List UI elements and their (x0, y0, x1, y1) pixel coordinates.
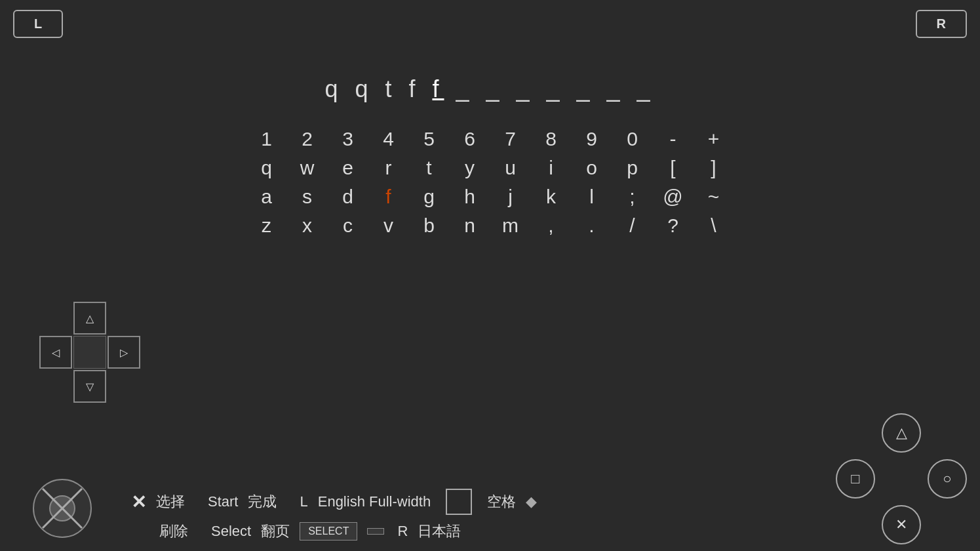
key-t[interactable]: t (415, 157, 444, 179)
key-l[interactable]: l (578, 186, 606, 208)
keyboard-row-zxcv: z x c v b n m , . / ? \ (252, 214, 728, 237)
key-minus[interactable]: - (659, 128, 688, 150)
key-comma[interactable]: , (537, 214, 566, 237)
select-label: Select (211, 523, 251, 540)
key-6[interactable]: 6 (456, 128, 484, 150)
key-lbracket[interactable]: [ (659, 157, 688, 179)
face-button-triangle[interactable]: △ (882, 413, 921, 453)
key-8[interactable]: 8 (537, 128, 566, 150)
key-g[interactable]: g (415, 186, 444, 208)
keyboard-row-qwerty: q w e r t y u i o p [ ] (252, 157, 728, 179)
diamond-icon: ◆ (526, 493, 537, 510)
key-1[interactable]: 1 (252, 128, 281, 150)
key-5[interactable]: 5 (415, 128, 444, 150)
dpad-empty-tr (108, 302, 140, 335)
cross-overlay (33, 479, 92, 538)
key-c[interactable]: c (334, 214, 363, 237)
key-w[interactable]: w (293, 157, 322, 179)
key-x[interactable]: x (293, 214, 322, 237)
key-b[interactable]: b (415, 214, 444, 237)
key-r[interactable]: r (374, 157, 403, 179)
key-m[interactable]: m (496, 214, 525, 237)
cursor-char: f (432, 75, 444, 102)
face-button-square[interactable]: □ (836, 459, 875, 499)
key-v[interactable]: v (374, 214, 403, 237)
action-select-label: 选择 (156, 492, 185, 512)
right-shoulder-button[interactable]: R (916, 10, 967, 38)
key-2[interactable]: 2 (293, 128, 322, 150)
key-semicolon[interactable]: ; (618, 186, 647, 208)
key-i[interactable]: i (537, 157, 566, 179)
key-u[interactable]: u (496, 157, 525, 179)
key-a[interactable]: a (252, 186, 281, 208)
cross-icon: ✕ (131, 491, 146, 513)
key-h[interactable]: h (456, 186, 484, 208)
key-rbracket[interactable]: ] (699, 157, 728, 179)
keyboard-row-numbers: 1 2 3 4 5 6 7 8 9 0 - + (252, 128, 728, 150)
typed-text: q q t f (324, 75, 432, 102)
key-0[interactable]: 0 (618, 128, 647, 150)
key-plus[interactable]: + (699, 128, 728, 150)
dpad-center (73, 336, 106, 369)
key-n[interactable]: n (456, 214, 484, 237)
space-button[interactable] (446, 489, 472, 515)
key-y[interactable]: y (456, 157, 484, 179)
keyboard-row-asdf: a s d f g h j k l ; @ ~ (252, 186, 728, 208)
bottom-controls: ✕ 选择 Start 完成 L English Full-width 空格 ◆ … (131, 489, 537, 541)
key-at[interactable]: @ (659, 186, 688, 208)
face-buttons: △ □ ○ ✕ (836, 413, 967, 544)
l-action-label: English Full-width (318, 493, 431, 510)
start-mini-button[interactable] (367, 528, 384, 535)
key-7[interactable]: 7 (496, 128, 525, 150)
key-e[interactable]: e (334, 157, 363, 179)
dpad-empty-bl (39, 370, 72, 403)
face-button-circle[interactable]: ○ (928, 459, 967, 499)
key-p[interactable]: p (618, 157, 647, 179)
face-button-cross[interactable]: ✕ (882, 505, 921, 544)
key-9[interactable]: 9 (578, 128, 606, 150)
r-action-label: 日本語 (418, 521, 461, 541)
space-label: 空格 (487, 492, 516, 512)
dpad-up[interactable]: △ (73, 302, 106, 335)
key-o[interactable]: o (578, 157, 606, 179)
action-delete-label: 刷除 (159, 521, 188, 541)
text-input-display: q q t f f _ _ _ _ _ _ _ (324, 75, 655, 103)
dpad-empty-tl (39, 302, 72, 335)
key-period[interactable]: . (578, 214, 606, 237)
key-4[interactable]: 4 (374, 128, 403, 150)
key-q[interactable]: q (252, 157, 281, 179)
select-mini-button[interactable]: SELECT (300, 522, 357, 541)
virtual-keyboard: 1 2 3 4 5 6 7 8 9 0 - + q w e r t y u i … (252, 128, 728, 237)
key-k[interactable]: k (537, 186, 566, 208)
key-j[interactable]: j (496, 186, 525, 208)
left-analog-area (33, 479, 92, 538)
key-s[interactable]: s (293, 186, 322, 208)
blank-chars: _ _ _ _ _ _ _ (444, 75, 655, 102)
start-action-label: 完成 (248, 492, 277, 512)
dpad-empty-br (108, 370, 140, 403)
key-d[interactable]: d (334, 186, 363, 208)
start-label: Start (208, 493, 238, 510)
l-btn-label: L (300, 493, 307, 510)
dpad-left[interactable]: ◁ (39, 336, 72, 369)
key-tilde[interactable]: ~ (699, 186, 728, 208)
key-slash[interactable]: / (618, 214, 647, 237)
key-f[interactable]: f (374, 186, 403, 208)
key-question[interactable]: ? (659, 214, 688, 237)
dpad-right[interactable]: ▷ (108, 336, 140, 369)
r-btn-label: R (397, 523, 408, 540)
dpad-down[interactable]: ▽ (73, 370, 106, 403)
select-action-label: 翻页 (261, 521, 290, 541)
dpad: △ ◁ ▷ ▽ (39, 302, 140, 403)
left-shoulder-button[interactable]: L (13, 10, 63, 38)
key-backslash[interactable]: \ (699, 214, 728, 237)
key-z[interactable]: z (252, 214, 281, 237)
key-3[interactable]: 3 (334, 128, 363, 150)
left-analog-stick[interactable] (33, 479, 92, 538)
